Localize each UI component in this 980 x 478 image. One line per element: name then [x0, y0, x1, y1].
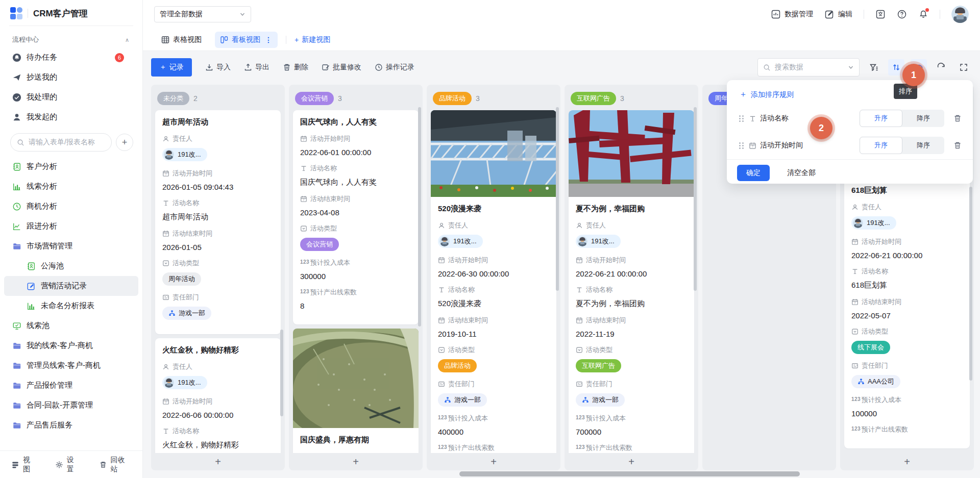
add-sort-rule-button[interactable]: ＋ 添加排序规则	[739, 89, 962, 100]
tab-menu-icon[interactable]: ⋮	[265, 36, 273, 44]
confirm-button[interactable]: 确定	[737, 165, 770, 181]
sidebar-item-4[interactable]: 市场营销管理	[4, 236, 138, 256]
select-field-icon	[851, 328, 859, 335]
owner-pill[interactable]: 191改...	[162, 148, 207, 161]
ascending-button[interactable]: 升序	[860, 137, 902, 154]
data-manage-button[interactable]: 数据管理	[771, 9, 813, 19]
folder-icon	[12, 401, 21, 410]
column-category-pill: 互联网广告	[571, 92, 616, 105]
edit-button[interactable]: 编辑	[824, 9, 852, 19]
add-card-button[interactable]: +	[151, 453, 285, 470]
sidebar-item-13[interactable]: 产品售后服务	[4, 415, 138, 435]
owner-pill[interactable]: 191改...	[162, 376, 207, 389]
card-field: 7活动结束时间2022-11-19	[576, 316, 687, 338]
search-data-input[interactable]: 搜索数据	[757, 58, 860, 77]
department-pill[interactable]: AAA公司	[851, 375, 900, 388]
kanban-card[interactable]: 超市周年活动责任人191改...7活动开始时间2026-01-05 09:04:…	[155, 110, 281, 334]
footer-gear-button[interactable]: 设置	[55, 456, 81, 474]
owner-pill[interactable]: 191改...	[438, 235, 483, 248]
sidebar-item-11[interactable]: 产品报价管理	[4, 375, 138, 395]
owner-pill[interactable]: 191改...	[851, 216, 896, 230]
tab-table-view[interactable]: 表格视图	[156, 32, 207, 48]
sidebar-item-2[interactable]: 我处理的	[0, 87, 142, 107]
data-scope-select[interactable]: 管理全部数据	[154, 6, 251, 22]
batch-edit-button[interactable]: 批量修改	[322, 63, 361, 72]
field-label-text: 责任部门	[862, 361, 888, 370]
sidebar-item-0[interactable]: 客户分析	[4, 157, 138, 177]
chevron-up-icon[interactable]: ∧	[125, 37, 129, 43]
user-field-icon	[438, 222, 445, 229]
add-card-button[interactable]: +	[565, 453, 698, 470]
add-card-button[interactable]: +	[427, 453, 560, 470]
filter-button[interactable]	[866, 59, 882, 76]
sidebar-item-7[interactable]: 未命名分析报表	[4, 296, 138, 316]
ascending-button[interactable]: 升序	[860, 110, 902, 127]
descending-button[interactable]: 降序	[902, 110, 944, 127]
descending-button[interactable]: 降序	[902, 137, 944, 154]
footer-view-list-button[interactable]: 视图	[11, 456, 37, 474]
sidebar-search-input[interactable]: 请输入表单/报表名称	[10, 133, 112, 152]
sidebar-item-10[interactable]: 管理员线索-客户-商机	[4, 356, 138, 375]
kanban-card[interactable]: 夏不为例，幸福团购责任人191改...7活动开始时间2022-06-21 00:…	[569, 110, 694, 453]
sidebar-section-flow[interactable]: 流程中心 ∧	[0, 26, 142, 47]
notification-bell-icon[interactable]	[918, 9, 928, 19]
department-pill[interactable]: 游戏一部	[576, 393, 625, 407]
operation-log-button[interactable]: 操作记录	[375, 63, 414, 72]
import-button[interactable]: 导入	[205, 63, 231, 72]
add-card-button[interactable]: +	[289, 453, 423, 470]
column-scrollbar[interactable]	[556, 107, 559, 291]
department-pill[interactable]: 游戏一部	[162, 307, 211, 320]
delete-rule-icon[interactable]	[953, 141, 962, 149]
kanban-column-0: 未分类2超市周年活动责任人191改...7活动开始时间2026-01-05 09…	[151, 85, 285, 470]
delete-rule-icon[interactable]	[953, 114, 962, 122]
sidebar-item-9[interactable]: 我的线索-客户-商机	[4, 336, 138, 356]
sidebar-item-8[interactable]: 线索池	[4, 316, 138, 336]
clear-all-button[interactable]: 清空全部	[787, 168, 816, 178]
sidebar-item-5[interactable]: 公海池	[4, 256, 138, 276]
add-card-button[interactable]: +	[840, 453, 974, 470]
sidebar-item-2[interactable]: 商机分析	[4, 196, 138, 216]
table-icon	[161, 36, 169, 44]
refresh-button[interactable]	[933, 59, 949, 76]
sidebar-item-1[interactable]: 线索分析	[4, 177, 138, 196]
fullscreen-button[interactable]	[955, 59, 972, 76]
column-scrollbar[interactable]	[418, 107, 421, 326]
user-avatar[interactable]	[951, 6, 969, 23]
kanban-card[interactable]: 国庆气球向，人人有奖7活动开始时间2022-06-01 00:00:00活动名称…	[293, 110, 419, 324]
delete-button[interactable]: 删除	[283, 63, 308, 72]
new-view-button[interactable]: + 新建视图	[295, 35, 330, 44]
add-form-button[interactable]: +	[116, 134, 133, 151]
drag-handle-icon[interactable]	[739, 142, 744, 149]
export-button[interactable]: 导出	[244, 63, 270, 72]
drag-handle-icon[interactable]	[739, 115, 744, 122]
help-icon[interactable]	[897, 9, 907, 19]
department-pill[interactable]: 游戏一部	[438, 393, 487, 407]
column-scrollbar[interactable]	[969, 187, 972, 381]
scrollbar-thumb[interactable]	[459, 471, 800, 476]
horizontal-scrollbar[interactable]	[459, 471, 800, 476]
calendar-field-icon: 7	[576, 257, 583, 264]
footer-trash-button[interactable]: 回收站	[99, 456, 131, 474]
card-field: 123预计产出线索数	[438, 443, 549, 452]
sidebar-item-label: 公海池	[41, 261, 64, 271]
translate-icon[interactable]	[875, 9, 886, 19]
sidebar-item-0[interactable]: 待办任务6	[0, 47, 142, 67]
sidebar-item-6[interactable]: 营销活动记录	[4, 276, 138, 296]
column-scrollbar[interactable]	[694, 107, 697, 291]
kanban-card[interactable]: 国庆盛典，厚惠有期责任人191改...	[293, 329, 419, 453]
column-category-pill: 未分类	[157, 92, 189, 105]
tab-kanban-view[interactable]: 看板视图 ⋮	[215, 32, 278, 48]
sidebar-item-3[interactable]: 我发起的	[0, 107, 142, 127]
field-label-text: 活动名称	[173, 426, 199, 436]
column-scrollbar[interactable]	[280, 330, 283, 416]
sidebar-item-3[interactable]: 跟进分析	[4, 216, 138, 236]
sidebar-item-1[interactable]: 抄送我的	[0, 67, 142, 87]
owner-pill[interactable]: 191改...	[576, 235, 621, 248]
field-value: 8	[300, 301, 411, 310]
card-field: 责任人191改...	[162, 134, 274, 162]
trend-chart-icon	[12, 222, 21, 231]
kanban-card[interactable]: 火红金秋，购物好精彩责任人191改...7活动开始时间2022-06-06 00…	[155, 338, 281, 453]
add-record-button[interactable]: ＋记录	[151, 58, 192, 77]
kanban-card[interactable]: 520浪漫来袭责任人191改...7活动开始时间2022-06-30 00:00…	[431, 110, 556, 453]
sidebar-item-12[interactable]: 合同-回款-开票管理	[4, 395, 138, 415]
